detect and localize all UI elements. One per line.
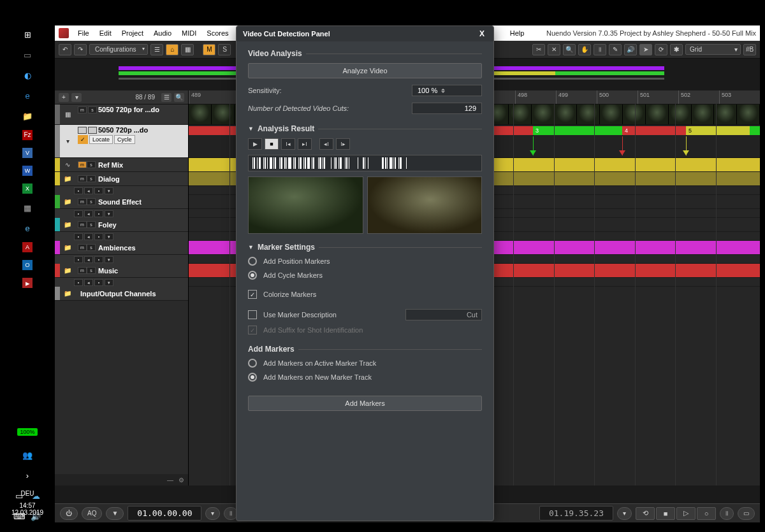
sub-btn[interactable]: ▪ [74, 256, 83, 263]
track-sfx[interactable]: 📁 msSound Effect [55, 195, 188, 209]
tool-b[interactable]: # B [743, 44, 756, 55]
track-foley[interactable]: 📁 msFoley [55, 218, 188, 232]
toolbar-btn-1[interactable]: ☰ [150, 44, 163, 55]
sensitivity-input[interactable]: 100 % [412, 85, 482, 96]
tool-bars[interactable]: ⦀ [594, 44, 606, 55]
panel-titlebar[interactable]: Video Cut Detection Panel X [237, 26, 493, 41]
disclosure-icon[interactable]: ▼ [248, 244, 254, 250]
marker-btn-1[interactable]: T [78, 127, 87, 134]
add-cycle-radio[interactable] [248, 271, 257, 280]
sub-btn[interactable]: ◂ [84, 187, 93, 194]
solo-btn[interactable]: s [87, 161, 96, 168]
add-new-radio[interactable] [248, 373, 257, 382]
video-track-row[interactable]: ▦ m s 5050 720p for ...do [55, 104, 188, 125]
outlook-icon[interactable]: O [22, 260, 33, 270]
sub-btn[interactable]: ▪ [74, 187, 83, 194]
solo-btn[interactable]: s [87, 267, 96, 274]
sub-btn[interactable]: ▪ [94, 187, 103, 194]
close-button[interactable]: X [477, 29, 487, 38]
menu-scores[interactable]: Scores [203, 28, 232, 38]
transport-power-button[interactable]: ⏻ [60, 507, 78, 520]
tool-zoom[interactable]: 🔍 [563, 44, 576, 55]
mute-btn[interactable]: m [78, 161, 87, 168]
mute-btn[interactable]: m [78, 244, 87, 251]
solo-btn[interactable]: s [87, 244, 96, 251]
sub-btn[interactable]: ▪ [94, 210, 103, 217]
sub-btn[interactable]: ▪ [94, 233, 103, 240]
play-button[interactable]: ▷ [676, 507, 696, 520]
tracklist-view-button[interactable]: ☰ [161, 93, 171, 102]
skip-back-button[interactable]: ◂І [319, 138, 333, 150]
sub-btn[interactable]: ◂ [84, 233, 93, 240]
sub-btn[interactable]: ▾ [105, 233, 113, 240]
solo-btn[interactable]: s [87, 175, 96, 182]
tracklist-search-button[interactable]: 🔍 [174, 93, 184, 102]
app-icon-1[interactable]: ◐ [21, 69, 34, 82]
transport-menu[interactable]: ⦀ [720, 507, 734, 520]
track-refmix[interactable]: ∿ msRef Mix [55, 158, 188, 172]
use-desc-checkbox[interactable] [248, 310, 257, 319]
sub-btn[interactable]: ◂ [84, 256, 93, 263]
tool-auto[interactable]: ⟳ [655, 44, 667, 55]
excel-icon[interactable]: X [22, 183, 33, 194]
sub-btn[interactable]: ◂ [84, 210, 93, 217]
sub-btn[interactable]: ▪ [94, 279, 103, 286]
track-music[interactable]: 📁 msMusic [55, 264, 188, 278]
sub-btn[interactable]: ▪ [94, 256, 103, 263]
track-ambiences[interactable]: 📁 msAmbiences [55, 241, 188, 255]
configurations-dropdown[interactable]: Configurations [89, 44, 148, 55]
secondary-time-display[interactable]: 01.19.35.23 [539, 506, 613, 521]
tool-pencil[interactable]: ✎ [609, 44, 622, 55]
stop-button[interactable]: ■ [656, 507, 675, 520]
sub-btn[interactable]: ▪ [74, 210, 83, 217]
word-icon[interactable]: W [22, 166, 33, 176]
acrobat-icon[interactable]: A [22, 242, 33, 252]
sub-btn[interactable]: ▪ [74, 233, 83, 240]
rewind-button[interactable]: ⟲ [636, 507, 655, 520]
app-icon-2[interactable]: ▦ [21, 201, 34, 214]
locate-button[interactable]: Locate [89, 135, 113, 144]
redo-button[interactable]: ↷ [74, 44, 87, 55]
next-button[interactable]: ▸І [298, 138, 312, 150]
sub-btn[interactable]: ▾ [105, 187, 113, 194]
track-dialog[interactable]: 📁 msDialog [55, 172, 188, 186]
mute-btn[interactable]: m [78, 175, 87, 182]
ie-icon[interactable]: e [21, 222, 34, 234]
track-menu-button[interactable]: ▾ [71, 93, 82, 102]
cut-barcode[interactable] [248, 155, 482, 171]
play-button[interactable]: ▶ [248, 138, 262, 150]
solo-all-button[interactable]: S [218, 44, 231, 55]
primary-time-display[interactable]: 01.00.00.00 [127, 506, 201, 521]
menu-project[interactable]: Project [118, 28, 147, 38]
mute-button[interactable]: m [78, 106, 87, 113]
windows-start-icon[interactable]: ⊞ [21, 28, 34, 41]
solo-button[interactable]: s [88, 106, 97, 113]
nuendo-icon[interactable]: ▸ [22, 278, 33, 288]
people-icon[interactable]: 👥 [21, 449, 34, 461]
language-indicator[interactable]: DEU [0, 490, 55, 497]
marker-4[interactable]: 4 [622, 126, 686, 135]
clock-time[interactable]: 14:57 [0, 502, 55, 509]
menu-audio[interactable]: Audio [150, 28, 175, 38]
expand-icon[interactable]: › [21, 469, 34, 482]
add-active-radio[interactable] [248, 359, 257, 368]
sub-btn[interactable]: ◂ [84, 279, 93, 286]
explorer-icon[interactable]: 📁 [21, 110, 34, 122]
sub-btn[interactable]: ▾ [105, 210, 113, 217]
marker-track-row[interactable]: ▾ T T 5050 720p ...do ✓ Locate Cycle [55, 125, 188, 158]
menu-edit[interactable]: Edit [96, 28, 115, 38]
toolbar-btn-home[interactable]: ⌂ [166, 44, 178, 55]
tool-cross[interactable]: ✕ [548, 44, 560, 55]
toolbar-btn-2[interactable]: ▦ [181, 44, 194, 55]
time-dropdown[interactable]: ▾ [205, 507, 220, 520]
marker-3[interactable]: 3 [533, 126, 622, 135]
analyze-video-button[interactable]: Analyze Video [248, 63, 482, 78]
add-track-button[interactable]: + [59, 93, 69, 102]
sub-btn[interactable]: ▪ [74, 279, 83, 286]
transport-tc[interactable]: ▭ [738, 507, 755, 520]
add-position-radio[interactable] [248, 257, 257, 266]
add-markers-button[interactable]: Add Markers [248, 396, 482, 411]
marker-btn-2[interactable]: T [88, 127, 97, 134]
tracklist-gear-icon[interactable]: ⚙ [178, 477, 184, 484]
stop-button[interactable]: ■ [265, 138, 279, 150]
